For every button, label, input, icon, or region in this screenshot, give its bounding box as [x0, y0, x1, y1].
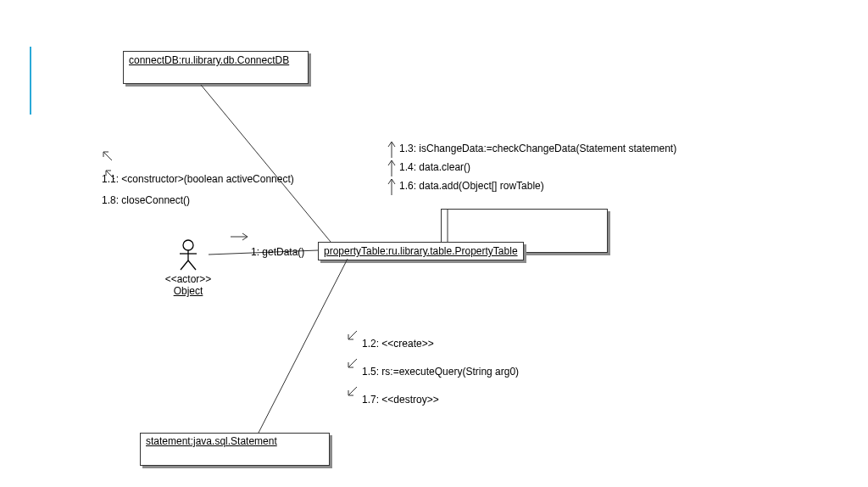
svg-line-4	[188, 260, 196, 270]
arrow-1-4-icon	[386, 158, 398, 178]
arrow-1-3-icon	[386, 139, 398, 160]
arrow-1-1-icon	[100, 148, 117, 165]
actor-name: Object	[154, 285, 222, 297]
svg-line-6	[201, 85, 331, 242]
arrow-1-icon	[229, 231, 253, 243]
msg-1-1: 1.1: <constructor>(boolean activeConnect…	[102, 173, 294, 185]
svg-line-7	[259, 259, 348, 433]
svg-line-3	[181, 260, 188, 270]
accent-bar	[30, 47, 31, 115]
node-connectDB-label: connectDB:ru.library.db.ConnectDB	[129, 54, 289, 66]
arrow-1-7-icon	[345, 383, 362, 400]
node-connectDB: connectDB:ru.library.db.ConnectDB	[123, 51, 309, 84]
node-statement: statement:java.sql.Statement	[140, 433, 330, 466]
msg-1-5: 1.5: rs:=executeQuery(String arg0)	[362, 366, 519, 378]
msg-1-2: 1.2: <<create>>	[362, 338, 434, 350]
arrow-1-5-icon	[345, 355, 362, 372]
msg-1: 1: getData()	[251, 246, 304, 258]
msg-1-8: 1.8: closeConnect()	[102, 194, 190, 206]
msg-1-6: 1.6: data.add(Object[] rowTable)	[399, 180, 544, 192]
actor-stereotype: <<actor>>	[154, 273, 222, 285]
msg-1-4: 1.4: data.clear()	[399, 161, 470, 173]
msg-1-3: 1.3: isChangeData:=checkChangeData(State…	[399, 143, 676, 154]
arrow-1-6-icon	[386, 176, 398, 197]
actor-icon	[177, 239, 199, 271]
node-statement-label: statement:java.sql.Statement	[146, 435, 277, 447]
msg-1-7: 1.7: <<destroy>>	[362, 394, 439, 406]
node-propertyTable-label: propertyTable:ru.library.table.PropertyT…	[324, 245, 518, 257]
svg-point-0	[183, 240, 193, 250]
actor-object: <<actor>> Object	[154, 239, 222, 297]
arrow-1-2-icon	[345, 327, 362, 344]
node-propertyTable: propertyTable:ru.library.table.PropertyT…	[318, 242, 524, 260]
